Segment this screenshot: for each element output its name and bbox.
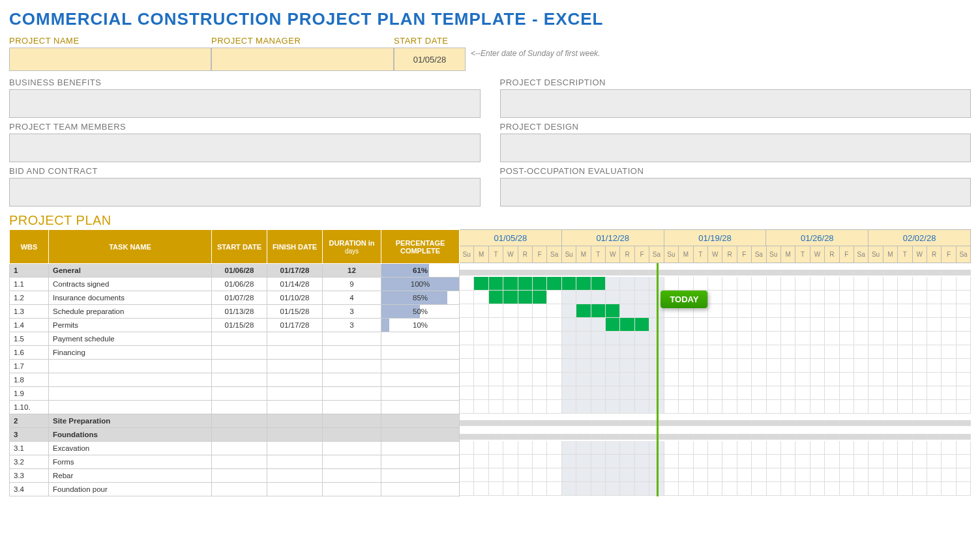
- info-label: BUSINESS BENEFITS: [9, 78, 481, 87]
- page-title: COMMERCIAL CONSTRUCTION PROJECT PLAN TEM…: [9, 9, 971, 29]
- info-input[interactable]: [500, 89, 972, 118]
- col-task: TASK NAME: [49, 230, 212, 264]
- table-row[interactable]: 3.1Excavation: [10, 442, 460, 455]
- table-row[interactable]: 1.7: [10, 360, 460, 373]
- gantt-row: [460, 386, 971, 400]
- project-manager-label: PROJECT MANAGER: [211, 36, 394, 46]
- info-label: PROJECT DESIGN: [500, 122, 972, 132]
- project-name-input[interactable]: [9, 48, 211, 71]
- project-header: PROJECT NAME PROJECT MANAGER START DATE …: [9, 36, 971, 71]
- table-row[interactable]: 3.2Forms: [10, 455, 460, 469]
- info-label: PROJECT TEAM MEMBERS: [9, 122, 481, 132]
- project-name-label: PROJECT NAME: [9, 36, 211, 46]
- col-finish: FINISH DATE: [267, 230, 323, 264]
- table-row[interactable]: 3Foundations: [10, 428, 460, 442]
- table-row[interactable]: 1.2Insurance documents01/07/2801/10/2848…: [10, 291, 460, 305]
- table-row[interactable]: 1.8: [10, 373, 460, 387]
- start-date-hint: <--Enter date of Sunday of first week.: [471, 36, 600, 71]
- col-duration: DURATION indays: [323, 230, 381, 264]
- info-input[interactable]: [9, 89, 481, 118]
- table-row[interactable]: 1General01/06/2801/17/281261%: [10, 264, 460, 278]
- gantt-row: [460, 332, 971, 345]
- gantt-row: [460, 345, 971, 359]
- col-start: START DATE: [212, 230, 267, 264]
- gantt-row: [460, 359, 971, 373]
- table-row[interactable]: 1.1Contracts signed01/06/2801/14/289100%: [10, 278, 460, 291]
- table-row[interactable]: 3.3Rebar: [10, 469, 460, 483]
- gantt-chart: 01/05/2801/12/2801/19/2801/26/2802/02/28…: [460, 229, 971, 496]
- gantt-row: [460, 414, 971, 427]
- gantt-row: [460, 373, 971, 386]
- gantt-row: [460, 427, 971, 441]
- task-table: WBS TASK NAME START DATE FINISH DATE DUR…: [9, 229, 460, 496]
- info-label: POST-OCCUPATION EVALUATION: [500, 166, 972, 176]
- week-header: 01/05/2801/12/2801/19/2801/26/2802/02/28: [460, 229, 971, 246]
- col-wbs: WBS: [10, 230, 49, 264]
- gantt-row: [460, 277, 971, 291]
- info-input[interactable]: [500, 178, 972, 207]
- table-row[interactable]: 1.4Permits01/15/2801/17/28310%: [10, 319, 460, 332]
- gantt-row: [460, 468, 971, 482]
- project-manager-input[interactable]: [211, 48, 394, 71]
- gantt-row: [460, 400, 971, 414]
- start-date-label: START DATE: [394, 36, 466, 46]
- gantt-row: [460, 482, 971, 496]
- day-header: SuMTWRFSaSuMTWRFSaSuMTWRFSaSuMTWRFSaSuMT…: [460, 246, 971, 263]
- table-row[interactable]: 3.4Foundation pour: [10, 483, 460, 496]
- start-date-input[interactable]: 01/05/28: [394, 48, 466, 71]
- info-input[interactable]: [9, 178, 481, 207]
- table-row[interactable]: 2Site Preparation: [10, 414, 460, 428]
- gantt-row: [460, 291, 971, 304]
- info-label: BID AND CONTRACT: [9, 166, 481, 176]
- info-input[interactable]: [9, 134, 481, 162]
- gantt-row: [460, 318, 971, 332]
- gantt-row: [460, 441, 971, 455]
- info-label: PROJECT DESCRIPTION: [500, 78, 972, 87]
- table-row[interactable]: 1.5Payment schedule: [10, 332, 460, 346]
- today-line: [657, 263, 659, 496]
- today-badge: TODAY: [661, 291, 707, 308]
- plan-container: WBS TASK NAME START DATE FINISH DATE DUR…: [9, 229, 971, 496]
- table-row[interactable]: 1.6Financing: [10, 346, 460, 360]
- info-input[interactable]: [500, 134, 972, 162]
- gantt-row: [460, 304, 971, 318]
- table-row[interactable]: 1.10.: [10, 401, 460, 414]
- gantt-row: [460, 263, 971, 277]
- table-row[interactable]: 1.3Schedule preparation01/13/2801/15/283…: [10, 305, 460, 319]
- col-percent: PERCENTAGE COMPLETE: [381, 230, 460, 264]
- gantt-row: [460, 455, 971, 468]
- table-row[interactable]: 1.9: [10, 387, 460, 401]
- project-plan-heading: PROJECT PLAN: [9, 213, 971, 228]
